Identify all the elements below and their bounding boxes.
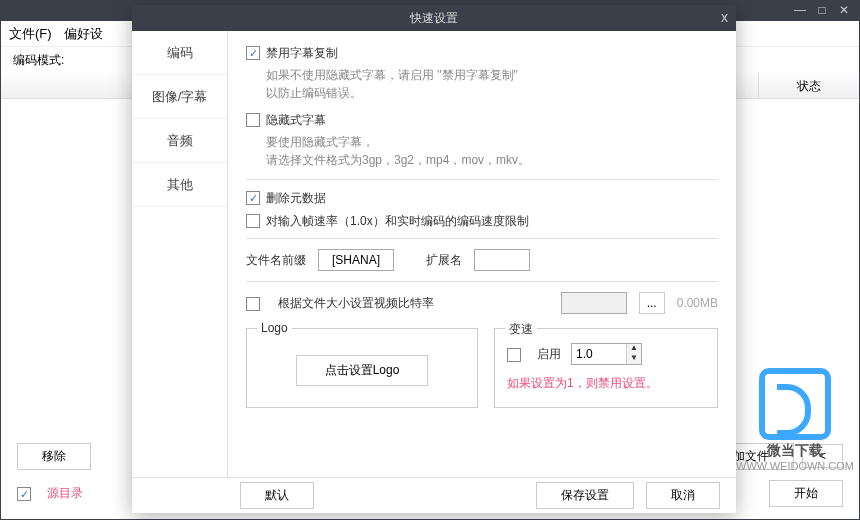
sidebar-item-image-subtitle[interactable]: 图像/字幕 [132,75,227,119]
set-logo-button[interactable]: 点击设置Logo [296,355,429,386]
filename-prefix-input[interactable] [318,249,394,271]
menu-preferences[interactable]: 偏好设 [64,25,103,43]
encoding-mode-label: 编码模式: [13,52,64,69]
speed-enable-label: 启用 [537,346,561,363]
speed-warning-label: 如果设置为1，则禁用设置。 [507,375,705,392]
framerate-limit-label: 对输入帧速率（1.0x）和实时编码的编码速度限制 [266,213,529,230]
speed-group: 变速 启用 ▲ ▼ 如果设置为1，则禁用设置。 [494,328,718,408]
dialog-content: 禁用字幕复制 如果不使用隐藏式字幕，请启用 "禁用字幕复制" 以防止编码错误。 … [228,31,736,477]
add-file-dropdown[interactable]: < [802,444,843,468]
bitrate-by-size-checkbox[interactable] [246,297,260,311]
sidebar-item-encoding[interactable]: 编码 [132,31,227,75]
framerate-limit-checkbox[interactable] [246,214,260,228]
delete-metadata-label: 删除元数据 [266,190,326,207]
disable-subtitle-copy-label: 禁用字幕复制 [266,45,338,62]
disable-subtitle-copy-checkbox[interactable] [246,46,260,60]
sidebar-item-other[interactable]: 其他 [132,163,227,207]
speed-group-title: 变速 [505,321,537,338]
sidebar-item-audio[interactable]: 音频 [132,119,227,163]
divider [246,179,718,180]
delete-metadata-checkbox[interactable] [246,191,260,205]
file-size-input [561,292,627,314]
maximize-button[interactable]: □ [811,3,833,19]
cancel-button[interactable]: 取消 [646,482,720,509]
speed-enable-checkbox[interactable] [507,348,521,362]
default-button[interactable]: 默认 [240,482,314,509]
closed-caption-label: 隐藏式字幕 [266,112,326,129]
source-dir-checkbox[interactable] [17,487,31,501]
start-button[interactable]: 开始 [769,480,843,507]
divider [246,281,718,282]
dialog-titlebar: 快速设置 x [132,5,736,31]
save-settings-button[interactable]: 保存设置 [536,482,634,509]
column-status[interactable]: 状态 [759,73,859,98]
extension-input[interactable] [474,249,530,271]
remove-button[interactable]: 移除 [17,443,91,470]
spinner-down-icon[interactable]: ▼ [627,354,641,364]
speed-value-input[interactable] [572,344,626,364]
logo-group-title: Logo [257,321,292,335]
quick-settings-dialog: 快速设置 x 编码 图像/字幕 音频 其他 禁用字幕复制 如果不使用隐藏式字幕，… [132,5,736,513]
filename-prefix-label: 文件名前缀 [246,252,306,269]
file-size-mb-label: 0.00MB [677,296,718,310]
bitrate-by-size-label: 根据文件大小设置视频比特率 [278,295,434,312]
file-size-browse-button[interactable]: ... [639,292,665,314]
dialog-close-button[interactable]: x [721,9,728,25]
closed-caption-checkbox[interactable] [246,113,260,127]
menu-file[interactable]: 文件(F) [9,25,52,43]
dialog-title: 快速设置 [410,10,458,27]
close-button[interactable]: ✕ [833,3,855,19]
closed-caption-help: 要使用隐藏式字幕， 请选择文件格式为3gp，3g2，mp4，mov，mkv。 [266,133,718,169]
extension-label: 扩展名 [426,252,462,269]
logo-group: Logo 点击设置Logo [246,328,478,408]
divider [246,238,718,239]
source-dir-label: 源目录 [47,485,83,502]
minimize-button[interactable]: — [789,3,811,19]
speed-spinner[interactable]: ▲ ▼ [571,343,642,365]
dialog-footer: 默认 保存设置 取消 [132,477,736,513]
disable-subtitle-copy-help: 如果不使用隐藏式字幕，请启用 "禁用字幕复制" 以防止编码错误。 [266,66,718,102]
dialog-sidebar: 编码 图像/字幕 音频 其他 [132,31,228,477]
